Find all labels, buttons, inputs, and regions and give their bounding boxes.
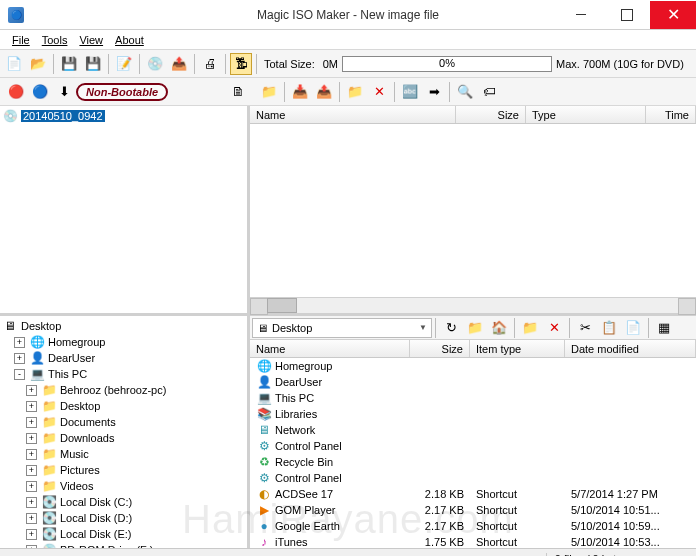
- tree-toggle[interactable]: +: [26, 417, 37, 428]
- save-as-icon[interactable]: 💾: [82, 53, 104, 75]
- menu-view[interactable]: View: [73, 32, 109, 48]
- new-folder-icon[interactable]: 📁: [519, 317, 541, 339]
- home-icon[interactable]: 🏠: [488, 317, 510, 339]
- tree-toggle[interactable]: +: [26, 545, 37, 549]
- fs-tree-item[interactable]: +💽Local Disk (C:): [2, 494, 245, 510]
- rename-icon[interactable]: 🔤: [399, 81, 421, 103]
- fs-tree-item[interactable]: +📁Downloads: [2, 430, 245, 446]
- fs-tree-item[interactable]: -💻This PC: [2, 366, 245, 382]
- save-icon[interactable]: 💾: [58, 53, 80, 75]
- list-item[interactable]: ◐ACDSee 172.18 KBShortcut5/7/2014 1:27 P…: [250, 486, 696, 502]
- list-item[interactable]: ♻Recycle Bin: [250, 454, 696, 470]
- fs-tree-item[interactable]: +🌐Homegroup: [2, 334, 245, 350]
- label-icon[interactable]: 🏷: [478, 81, 500, 103]
- location-dropdown[interactable]: 🖥 Desktop ▼: [252, 318, 432, 338]
- cut-icon[interactable]: ✂: [574, 317, 596, 339]
- delete-icon[interactable]: ✕: [368, 81, 390, 103]
- up-folder-icon[interactable]: 📁: [258, 81, 280, 103]
- open-icon[interactable]: 📂: [27, 53, 49, 75]
- tree-toggle[interactable]: +: [26, 433, 37, 444]
- fs-tree-item[interactable]: +📁Behrooz (behrooz-pc): [2, 382, 245, 398]
- fs-tree-item[interactable]: +📁Desktop: [2, 398, 245, 414]
- col-size[interactable]: Size: [456, 106, 526, 123]
- refresh-icon[interactable]: 🗎: [227, 81, 249, 103]
- copy-icon[interactable]: 📋: [598, 317, 620, 339]
- minimize-button[interactable]: [558, 1, 604, 29]
- disc-blue-icon[interactable]: 🔵: [29, 81, 51, 103]
- fs-list-body[interactable]: 🌐Homegroup👤DearUser💻This PC📚Libraries🖥Ne…: [250, 358, 696, 548]
- col-time[interactable]: Time: [646, 106, 696, 123]
- view-icon[interactable]: ➡: [423, 81, 445, 103]
- compress-icon[interactable]: 🗜: [230, 53, 252, 75]
- fs-tree-item[interactable]: +💽Local Disk (D:): [2, 510, 245, 526]
- list-item[interactable]: ●Google Earth2.17 KBShortcut5/10/2014 10…: [250, 518, 696, 534]
- properties-icon[interactable]: 📝: [113, 53, 135, 75]
- node-icon: 📁: [41, 462, 57, 478]
- menu-about[interactable]: About: [109, 32, 150, 48]
- list-item[interactable]: 🖥Network: [250, 422, 696, 438]
- delete-icon[interactable]: ✕: [543, 317, 565, 339]
- horizontal-scrollbar[interactable]: [250, 297, 696, 313]
- view-mode-icon[interactable]: ▦: [653, 317, 675, 339]
- max-size-label: Max. 700M (10G for DVD): [552, 58, 688, 70]
- item-name: iTunes: [275, 536, 308, 548]
- tree-toggle[interactable]: -: [14, 369, 25, 380]
- list-item[interactable]: 💻This PC: [250, 390, 696, 406]
- fs-tree-item[interactable]: +📁Documents: [2, 414, 245, 430]
- fs-tree-pane[interactable]: 🖥 Desktop +🌐Homegroup+👤DearUser-💻This PC…: [0, 316, 250, 548]
- maximize-button[interactable]: [604, 1, 650, 29]
- image-tree-pane[interactable]: 💿 20140510_0942: [0, 106, 250, 313]
- disc-red-icon[interactable]: 🔴: [5, 81, 27, 103]
- paste-icon[interactable]: 📄: [622, 317, 644, 339]
- fs-tree-item[interactable]: +👤DearUser: [2, 350, 245, 366]
- col-type[interactable]: Item type: [470, 340, 565, 357]
- menu-file[interactable]: File: [6, 32, 36, 48]
- fs-tree-item[interactable]: +📁Pictures: [2, 462, 245, 478]
- tree-toggle[interactable]: +: [26, 449, 37, 460]
- list-item[interactable]: ⚙Control Panel: [250, 438, 696, 454]
- new-folder-icon[interactable]: 📁: [344, 81, 366, 103]
- col-name[interactable]: Name: [250, 106, 456, 123]
- bootable-badge[interactable]: Non-Bootable: [76, 83, 168, 101]
- tree-toggle[interactable]: +: [26, 385, 37, 396]
- list-item[interactable]: 🌐Homegroup: [250, 358, 696, 374]
- tree-toggle[interactable]: +: [26, 513, 37, 524]
- disc-arrow-icon[interactable]: ⬇: [53, 81, 75, 103]
- list-item[interactable]: ♪iTunes1.75 KBShortcut5/10/2014 10:53...: [250, 534, 696, 548]
- col-size[interactable]: Size: [410, 340, 470, 357]
- fs-tree-item[interactable]: +📁Music: [2, 446, 245, 462]
- fs-tree-item[interactable]: +💿BD-ROM Drive (F:): [2, 542, 245, 548]
- item-name: DearUser: [275, 376, 322, 388]
- menu-tools[interactable]: Tools: [36, 32, 74, 48]
- fs-tree-root[interactable]: 🖥 Desktop: [2, 318, 245, 334]
- col-date[interactable]: Date modified: [565, 340, 696, 357]
- image-tree-root[interactable]: 💿 20140510_0942: [2, 108, 245, 124]
- tree-toggle[interactable]: +: [14, 353, 25, 364]
- burn-icon[interactable]: 💿: [144, 53, 166, 75]
- up-folder-icon[interactable]: 📁: [464, 317, 486, 339]
- fs-tree-item[interactable]: +📁Videos: [2, 478, 245, 494]
- tree-toggle[interactable]: +: [26, 497, 37, 508]
- list-item[interactable]: ⚙Control Panel: [250, 470, 696, 486]
- close-button[interactable]: [650, 1, 696, 29]
- add-files-icon[interactable]: 📥: [289, 81, 311, 103]
- tree-toggle[interactable]: +: [26, 401, 37, 412]
- search-icon[interactable]: 🔍: [454, 81, 476, 103]
- tree-toggle[interactable]: +: [26, 465, 37, 476]
- col-name[interactable]: Name: [250, 340, 410, 357]
- list-item[interactable]: ▶GOM Player2.17 KBShortcut5/10/2014 10:5…: [250, 502, 696, 518]
- extract-files-icon[interactable]: 📤: [313, 81, 335, 103]
- item-icon: ●: [256, 518, 272, 534]
- list-item[interactable]: 📚Libraries: [250, 406, 696, 422]
- tree-toggle[interactable]: +: [14, 337, 25, 348]
- new-icon[interactable]: 📄: [3, 53, 25, 75]
- fs-tree-item[interactable]: +💽Local Disk (E:): [2, 526, 245, 542]
- print-icon[interactable]: 🖨: [199, 53, 221, 75]
- list-item[interactable]: 👤DearUser: [250, 374, 696, 390]
- tree-toggle[interactable]: +: [26, 529, 37, 540]
- extract-icon[interactable]: 📤: [168, 53, 190, 75]
- tree-toggle[interactable]: +: [26, 481, 37, 492]
- refresh-icon[interactable]: ↻: [440, 317, 462, 339]
- col-type[interactable]: Type: [526, 106, 646, 123]
- image-list-body[interactable]: [250, 124, 696, 297]
